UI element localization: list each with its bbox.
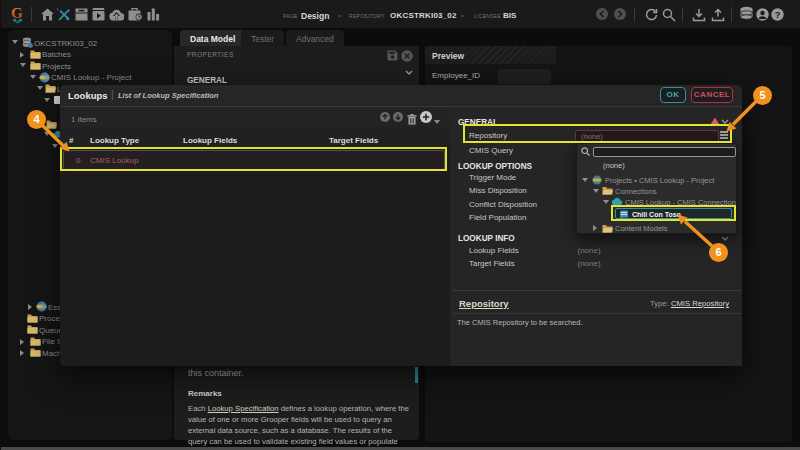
svg-text:?: ? [775,9,781,20]
